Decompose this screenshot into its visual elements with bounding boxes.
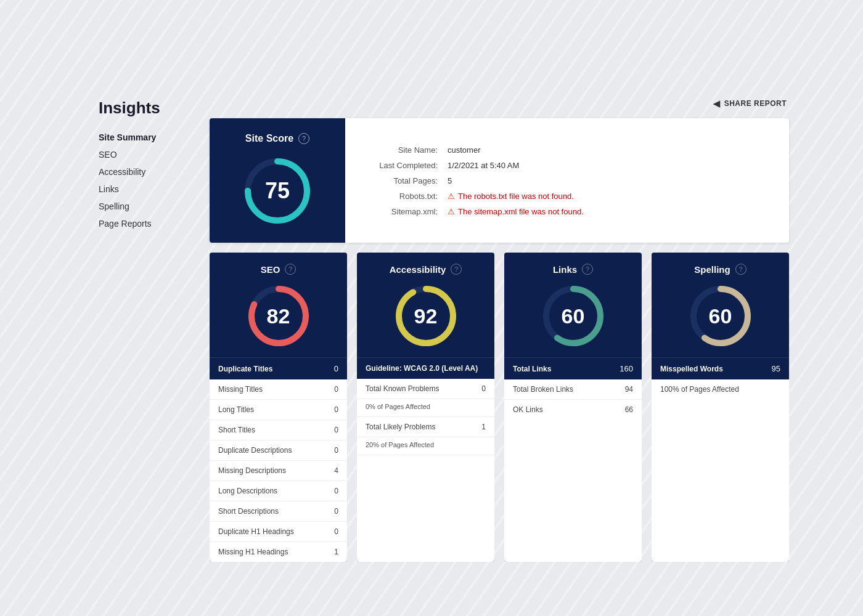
sitemap-xml-value: The sitemap.xml file was not found. bbox=[458, 207, 584, 216]
sidebar-item-links[interactable]: Links bbox=[99, 183, 185, 195]
site-score-info-icon[interactable]: ? bbox=[298, 133, 309, 144]
detail-row: 100% of Pages Affected bbox=[652, 379, 789, 399]
seo-donut: 82 bbox=[245, 282, 313, 350]
robots-txt-value: The robots.txt file was not found. bbox=[458, 192, 574, 201]
robots-txt-row: Robots.txt: ⚠ The robots.txt file was no… bbox=[370, 188, 764, 204]
accessibility-donut: 92 bbox=[392, 282, 460, 350]
detail-value: 0 bbox=[334, 405, 338, 414]
share-label: SHARE REPORT bbox=[724, 99, 787, 108]
links-card-footer: Total Links 160 bbox=[504, 357, 642, 379]
total-pages-row: Total Pages: 5 bbox=[370, 173, 764, 188]
site-score-donut: 75 bbox=[240, 154, 314, 228]
detail-row: Total Known Problems 0 bbox=[357, 379, 494, 399]
detail-value: 0 bbox=[334, 487, 338, 495]
links-footer-label: Total Links bbox=[513, 365, 551, 373]
seo-card-title: SEO bbox=[261, 264, 280, 275]
detail-row: Missing Titles 0 bbox=[210, 379, 347, 400]
detail-label: Long Titles bbox=[218, 405, 254, 414]
app-title: Insights bbox=[99, 99, 185, 118]
accessibility-info-icon[interactable]: ? bbox=[451, 264, 462, 275]
detail-row: Long Titles 0 bbox=[210, 400, 347, 420]
detail-label: Missing H1 Headings bbox=[218, 548, 288, 556]
seo-card-footer: Duplicate Titles 0 bbox=[210, 357, 347, 379]
detail-row: Total Likely Problems 1 bbox=[357, 417, 494, 437]
detail-row: Duplicate H1 Headings 0 bbox=[210, 522, 347, 542]
accessibility-card-footer: Guideline: WCAG 2.0 (Level AA) bbox=[357, 357, 494, 379]
accessibility-score-value: 92 bbox=[414, 304, 438, 328]
sidebar-item-seo[interactable]: SEO bbox=[99, 148, 185, 161]
links-card-header: Links ? 60 bbox=[504, 253, 642, 357]
share-row: ◀ SHARE REPORT bbox=[210, 99, 789, 108]
robots-txt-warning: ⚠ The robots.txt file was not found. bbox=[448, 192, 574, 201]
sidebar-item-page-reports[interactable]: Page Reports bbox=[99, 217, 185, 230]
detail-value: 94 bbox=[625, 385, 633, 394]
spelling-info-icon[interactable]: ? bbox=[735, 264, 746, 275]
detail-label: Short Descriptions bbox=[218, 507, 279, 516]
share-icon: ◀ bbox=[713, 99, 721, 108]
last-completed-value: 1/2/2021 at 5:40 AM bbox=[448, 161, 519, 170]
spelling-details: 100% of Pages Affected bbox=[652, 379, 789, 562]
detail-row: Long Descriptions 0 bbox=[210, 481, 347, 501]
detail-value: 1 bbox=[481, 423, 486, 431]
accessibility-card-title: Accessibility bbox=[390, 264, 446, 275]
spelling-footer-value: 95 bbox=[772, 364, 780, 373]
detail-label: Short Titles bbox=[218, 426, 255, 434]
robots-txt-label: Robots.txt: bbox=[370, 192, 438, 201]
sitemap-warning-icon: ⚠ bbox=[448, 207, 455, 216]
links-donut: 60 bbox=[539, 282, 607, 350]
detail-sub: 20% of Pages Affected bbox=[357, 437, 494, 455]
accessibility-footer-label: Guideline: WCAG 2.0 (Level AA) bbox=[366, 364, 478, 373]
detail-value: 0 bbox=[334, 527, 338, 536]
sitemap-xml-row: Sitemap.xml: ⚠ The sitemap.xml file was … bbox=[370, 204, 764, 219]
detail-value: 0 bbox=[334, 426, 338, 434]
accessibility-card-header: Accessibility ? 92 bbox=[357, 253, 494, 357]
spelling-card-footer: Misspelled Words 95 bbox=[652, 357, 789, 379]
site-score-panel: Site Score ? 75 bbox=[210, 118, 345, 243]
detail-label: Missing Titles bbox=[218, 385, 263, 394]
main-container: Insights Site Summary SEO Accessibility … bbox=[0, 0, 863, 599]
last-completed-label: Last Completed: bbox=[370, 161, 438, 170]
score-cards-row: SEO ? 82 Duplicate Titles 0 bbox=[210, 253, 789, 562]
detail-value: 0 bbox=[481, 384, 486, 393]
seo-card-header: SEO ? 82 bbox=[210, 253, 347, 357]
detail-label: Total Likely Problems bbox=[366, 423, 435, 431]
detail-row: Short Titles 0 bbox=[210, 420, 347, 440]
detail-row: OK Links 66 bbox=[504, 400, 642, 419]
seo-info-icon[interactable]: ? bbox=[285, 264, 296, 275]
detail-value: 1 bbox=[334, 548, 338, 556]
total-pages-label: Total Pages: bbox=[370, 176, 438, 185]
site-score-value: 75 bbox=[265, 178, 290, 204]
spelling-footer-label: Misspelled Words bbox=[660, 365, 723, 373]
sidebar-item-spelling[interactable]: Spelling bbox=[99, 200, 185, 213]
detail-value: 0 bbox=[334, 446, 338, 455]
spelling-pages-affected: 100% of Pages Affected bbox=[660, 385, 739, 394]
seo-score-value: 82 bbox=[267, 304, 290, 328]
detail-row: Short Descriptions 0 bbox=[210, 501, 347, 522]
detail-label: Missing Descriptions bbox=[218, 466, 286, 475]
detail-label: Total Known Problems bbox=[366, 384, 439, 393]
spelling-title-row: Spelling ? bbox=[661, 264, 779, 275]
detail-value: 4 bbox=[334, 466, 338, 475]
site-score-title: Site Score bbox=[245, 133, 293, 144]
detail-value: 0 bbox=[334, 507, 338, 516]
sidebar-item-site-summary[interactable]: Site Summary bbox=[99, 131, 185, 144]
detail-label: Duplicate Descriptions bbox=[218, 446, 292, 455]
detail-row: Total Broken Links 94 bbox=[504, 379, 642, 400]
spelling-donut: 60 bbox=[687, 282, 755, 350]
share-report-button[interactable]: ◀ SHARE REPORT bbox=[713, 99, 787, 108]
detail-row: Missing Descriptions 4 bbox=[210, 461, 347, 481]
accessibility-card: Accessibility ? 92 Guideline: WCAG 2.0 (… bbox=[357, 253, 494, 562]
detail-sub: 0% of Pages Affected bbox=[357, 399, 494, 417]
links-title-row: Links ? bbox=[514, 264, 632, 275]
content-area: ◀ SHARE REPORT Site Score ? 75 bbox=[210, 99, 789, 562]
accessibility-title-row: Accessibility ? bbox=[367, 264, 485, 275]
links-info-icon[interactable]: ? bbox=[582, 264, 593, 275]
accessibility-details: Total Known Problems 0 0% of Pages Affec… bbox=[357, 379, 494, 562]
site-name-row: Site Name: customer bbox=[370, 142, 764, 158]
sidebar-item-accessibility[interactable]: Accessibility bbox=[99, 166, 185, 178]
links-card: Links ? 60 Total Links 160 bbox=[504, 253, 642, 562]
sidebar-nav: Site Summary SEO Accessibility Links Spe… bbox=[99, 131, 185, 230]
seo-footer-value: 0 bbox=[334, 364, 338, 373]
seo-details: Missing Titles 0 Long Titles 0 Short Tit… bbox=[210, 379, 347, 562]
seo-title-row: SEO ? bbox=[219, 264, 337, 275]
